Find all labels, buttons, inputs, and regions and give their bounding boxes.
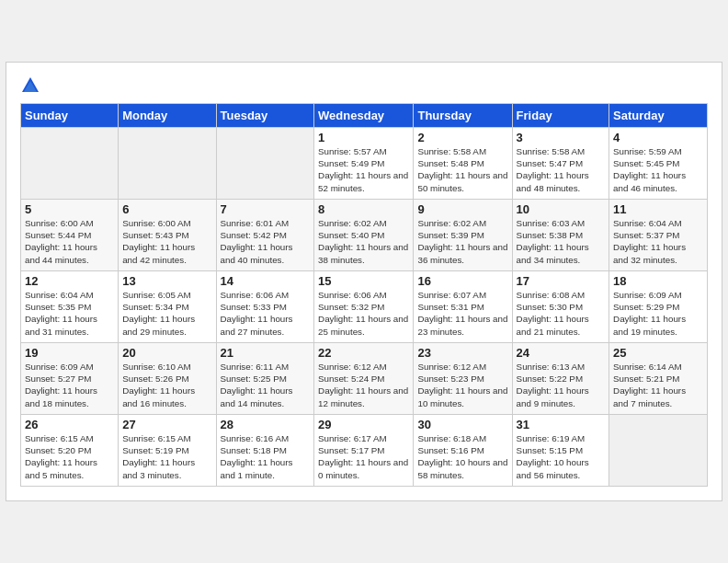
day-number: 2 — [417, 131, 507, 144]
day-cell: 31Sunrise: 6:19 AM Sunset: 5:15 PM Dayli… — [512, 415, 609, 487]
day-info: Sunrise: 6:18 AM Sunset: 5:16 PM Dayligh… — [417, 432, 507, 481]
day-info: Sunrise: 6:08 AM Sunset: 5:30 PM Dayligh… — [517, 289, 605, 338]
day-number: 30 — [417, 418, 507, 431]
day-cell: 2Sunrise: 5:58 AM Sunset: 5:48 PM Daylig… — [414, 128, 512, 200]
day-number: 13 — [122, 274, 211, 288]
day-info: Sunrise: 6:09 AM Sunset: 5:27 PM Dayligh… — [25, 361, 114, 409]
day-cell: 21Sunrise: 6:11 AM Sunset: 5:25 PM Dayli… — [216, 343, 314, 415]
day-cell: 19Sunrise: 6:09 AM Sunset: 5:27 PM Dayli… — [21, 343, 119, 415]
day-number: 6 — [122, 202, 211, 216]
day-info: Sunrise: 6:02 AM Sunset: 5:40 PM Dayligh… — [318, 217, 409, 266]
day-info: Sunrise: 6:06 AM Sunset: 5:32 PM Dayligh… — [318, 289, 409, 338]
day-info: Sunrise: 6:02 AM Sunset: 5:39 PM Dayligh… — [417, 217, 507, 266]
day-cell: 28Sunrise: 6:16 AM Sunset: 5:18 PM Dayli… — [216, 415, 314, 487]
day-number: 22 — [318, 346, 409, 360]
day-cell — [21, 128, 119, 200]
week-row-5: 26Sunrise: 6:15 AM Sunset: 5:20 PM Dayli… — [21, 415, 708, 487]
day-cell: 30Sunrise: 6:18 AM Sunset: 5:16 PM Dayli… — [414, 415, 512, 487]
day-cell: 22Sunrise: 6:12 AM Sunset: 5:24 PM Dayli… — [314, 343, 414, 415]
day-cell — [609, 415, 708, 487]
day-info: Sunrise: 5:58 AM Sunset: 5:48 PM Dayligh… — [417, 145, 507, 194]
day-number: 1 — [318, 131, 409, 144]
day-cell: 18Sunrise: 6:09 AM Sunset: 5:29 PM Dayli… — [609, 271, 708, 343]
day-info: Sunrise: 6:00 AM Sunset: 5:44 PM Dayligh… — [25, 217, 114, 266]
day-info: Sunrise: 5:59 AM Sunset: 5:45 PM Dayligh… — [613, 145, 703, 194]
day-cell: 9Sunrise: 6:02 AM Sunset: 5:39 PM Daylig… — [414, 200, 512, 271]
day-info: Sunrise: 6:11 AM Sunset: 5:25 PM Dayligh… — [221, 361, 311, 409]
day-cell: 14Sunrise: 6:06 AM Sunset: 5:33 PM Dayli… — [216, 271, 314, 343]
day-number: 23 — [417, 346, 507, 360]
day-number: 10 — [517, 202, 605, 216]
day-number: 26 — [25, 418, 114, 431]
day-cell: 5Sunrise: 6:00 AM Sunset: 5:44 PM Daylig… — [21, 200, 119, 271]
day-info: Sunrise: 6:05 AM Sunset: 5:34 PM Dayligh… — [122, 289, 211, 338]
week-row-4: 19Sunrise: 6:09 AM Sunset: 5:27 PM Dayli… — [21, 343, 708, 415]
day-info: Sunrise: 6:19 AM Sunset: 5:15 PM Dayligh… — [517, 432, 605, 481]
day-info: Sunrise: 6:13 AM Sunset: 5:22 PM Dayligh… — [517, 361, 605, 409]
calendar-table: SundayMondayTuesdayWednesdayThursdayFrid… — [20, 103, 708, 487]
day-info: Sunrise: 6:00 AM Sunset: 5:43 PM Dayligh… — [122, 217, 211, 266]
day-number: 3 — [517, 131, 605, 144]
day-number: 9 — [417, 202, 507, 216]
day-info: Sunrise: 6:04 AM Sunset: 5:35 PM Dayligh… — [25, 289, 114, 338]
logo-icon — [20, 75, 40, 96]
day-cell: 10Sunrise: 6:03 AM Sunset: 5:38 PM Dayli… — [512, 200, 609, 271]
calendar-body: 1Sunrise: 5:57 AM Sunset: 5:49 PM Daylig… — [21, 128, 708, 487]
day-cell: 16Sunrise: 6:07 AM Sunset: 5:31 PM Dayli… — [414, 271, 512, 343]
day-info: Sunrise: 6:06 AM Sunset: 5:33 PM Dayligh… — [221, 289, 311, 338]
weekday-header-sunday: Sunday — [21, 104, 119, 128]
day-number: 31 — [517, 418, 605, 431]
day-info: Sunrise: 5:58 AM Sunset: 5:47 PM Dayligh… — [517, 145, 605, 194]
day-cell: 27Sunrise: 6:15 AM Sunset: 5:19 PM Dayli… — [119, 415, 216, 487]
day-cell: 26Sunrise: 6:15 AM Sunset: 5:20 PM Dayli… — [21, 415, 119, 487]
calendar-container: SundayMondayTuesdayWednesdayThursdayFrid… — [6, 62, 722, 501]
day-info: Sunrise: 6:15 AM Sunset: 5:20 PM Dayligh… — [25, 432, 114, 481]
day-number: 28 — [221, 418, 311, 431]
day-cell: 1Sunrise: 5:57 AM Sunset: 5:49 PM Daylig… — [314, 128, 414, 200]
day-cell: 11Sunrise: 6:04 AM Sunset: 5:37 PM Dayli… — [609, 200, 708, 271]
day-cell: 24Sunrise: 6:13 AM Sunset: 5:22 PM Dayli… — [512, 343, 609, 415]
day-number: 29 — [318, 418, 409, 431]
day-cell: 23Sunrise: 6:12 AM Sunset: 5:23 PM Dayli… — [414, 343, 512, 415]
day-info: Sunrise: 6:15 AM Sunset: 5:19 PM Dayligh… — [122, 432, 211, 481]
day-number: 11 — [613, 202, 703, 216]
day-number: 5 — [25, 202, 114, 216]
day-cell: 4Sunrise: 5:59 AM Sunset: 5:45 PM Daylig… — [609, 128, 708, 200]
day-number: 16 — [417, 274, 507, 288]
day-cell: 25Sunrise: 6:14 AM Sunset: 5:21 PM Dayli… — [609, 343, 708, 415]
day-number: 14 — [221, 274, 311, 288]
day-number: 7 — [221, 202, 311, 216]
day-cell: 3Sunrise: 5:58 AM Sunset: 5:47 PM Daylig… — [512, 128, 609, 200]
day-info: Sunrise: 6:14 AM Sunset: 5:21 PM Dayligh… — [613, 361, 703, 409]
day-cell: 15Sunrise: 6:06 AM Sunset: 5:32 PM Dayli… — [314, 271, 414, 343]
day-cell: 12Sunrise: 6:04 AM Sunset: 5:35 PM Dayli… — [21, 271, 119, 343]
calendar-header: SundayMondayTuesdayWednesdayThursdayFrid… — [21, 104, 708, 128]
day-number: 18 — [613, 274, 703, 288]
day-cell: 20Sunrise: 6:10 AM Sunset: 5:26 PM Dayli… — [119, 343, 216, 415]
day-number: 19 — [25, 346, 114, 360]
weekday-header-thursday: Thursday — [414, 104, 512, 128]
day-info: Sunrise: 6:03 AM Sunset: 5:38 PM Dayligh… — [517, 217, 605, 266]
day-info: Sunrise: 5:57 AM Sunset: 5:49 PM Dayligh… — [318, 145, 409, 194]
day-number: 24 — [517, 346, 605, 360]
weekday-header-friday: Friday — [512, 104, 609, 128]
weekday-header-saturday: Saturday — [609, 104, 708, 128]
day-cell: 8Sunrise: 6:02 AM Sunset: 5:40 PM Daylig… — [314, 200, 414, 271]
day-number: 12 — [25, 274, 114, 288]
day-info: Sunrise: 6:12 AM Sunset: 5:23 PM Dayligh… — [417, 361, 507, 409]
day-info: Sunrise: 6:16 AM Sunset: 5:18 PM Dayligh… — [221, 432, 311, 481]
day-number: 4 — [613, 131, 703, 144]
day-cell: 7Sunrise: 6:01 AM Sunset: 5:42 PM Daylig… — [216, 200, 314, 271]
day-number: 17 — [517, 274, 605, 288]
weekday-header-monday: Monday — [119, 104, 216, 128]
day-number: 15 — [318, 274, 409, 288]
day-number: 25 — [613, 346, 703, 360]
logo — [20, 75, 43, 96]
day-cell: 6Sunrise: 6:00 AM Sunset: 5:43 PM Daylig… — [119, 200, 216, 271]
day-cell — [216, 128, 314, 200]
day-info: Sunrise: 6:01 AM Sunset: 5:42 PM Dayligh… — [221, 217, 311, 266]
day-info: Sunrise: 6:17 AM Sunset: 5:17 PM Dayligh… — [318, 432, 409, 481]
day-cell — [119, 128, 216, 200]
day-number: 20 — [122, 346, 211, 360]
day-info: Sunrise: 6:12 AM Sunset: 5:24 PM Dayligh… — [318, 361, 409, 409]
